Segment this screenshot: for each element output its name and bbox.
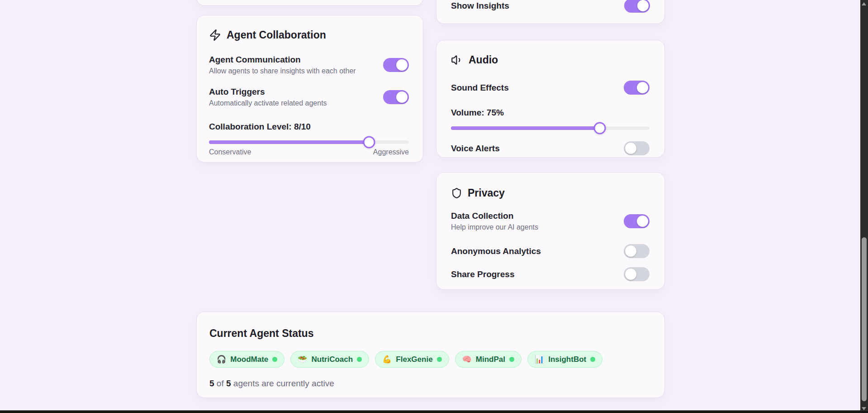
headphones-emoji-icon: 🎧 (217, 355, 226, 364)
settings-content: Show Insights Agent Collaboration Agent … (196, 0, 665, 413)
brain-emoji-icon: 🧠 (462, 355, 472, 364)
card-title-text: Agent Collaboration (227, 29, 326, 41)
active-status-dot (590, 357, 595, 362)
agent-name: MindPal (476, 355, 505, 364)
vertical-scrollbar[interactable] (860, 0, 868, 413)
agent-name: FlexGenie (396, 355, 432, 364)
slider-thumb[interactable] (363, 136, 375, 149)
agent-name: MoodMate (230, 355, 268, 364)
summary-text: agents are currently active (233, 379, 334, 388)
slider-min-label: Conservative (209, 148, 251, 156)
muscle-emoji-icon: 💪 (382, 355, 392, 364)
active-count: 5 (209, 379, 214, 388)
share-progress-toggle[interactable] (624, 267, 650, 281)
slider-max-label: Aggressive (373, 148, 409, 156)
setting-text: Agent Communication Allow agents to shar… (209, 55, 356, 75)
data-collection-label: Data Collection (451, 211, 538, 221)
slider-fill (451, 126, 600, 130)
slider-fill (209, 140, 369, 144)
setting-text: Auto Triggers Automatically activate rel… (209, 87, 327, 107)
voice-alerts-label: Voice Alerts (451, 144, 500, 154)
voice-alerts-toggle[interactable] (624, 141, 650, 155)
agent-badge-mindpal[interactable]: 🧠 MindPal (455, 351, 522, 368)
summary-of: of (217, 379, 224, 388)
scrollbar-down-arrow-icon[interactable] (862, 407, 866, 410)
agent-badge-insightbot[interactable]: 📊 InsightBot (527, 351, 602, 368)
speaker-icon (451, 54, 463, 66)
setting-description: Allow agents to share insights with each… (209, 67, 356, 75)
anonymous-analytics-label: Anonymous Analytics (451, 246, 541, 256)
zap-icon (209, 29, 221, 41)
active-status-dot (437, 357, 442, 362)
agent-status-summary: 5 of 5 agents are currently active (209, 379, 650, 389)
show-insights-toggle[interactable] (624, 0, 650, 13)
setting-label: Agent Communication (209, 55, 356, 65)
scrollbar-up-arrow-icon[interactable] (862, 2, 866, 5)
card-title-text: Current Agent Status (209, 327, 313, 340)
agent-collaboration-card: Agent Collaboration Agent Communication … (196, 15, 423, 163)
partial-card-top-left (196, 0, 423, 6)
setting-text: Data Collection Help improve our AI agen… (451, 211, 538, 231)
agent-communication-toggle[interactable] (383, 58, 409, 72)
audio-title: Audio (451, 54, 650, 66)
active-status-dot (272, 357, 277, 362)
bar-chart-emoji-icon: 📊 (535, 355, 544, 364)
agent-badge-moodmate[interactable]: 🎧 MoodMate (209, 351, 285, 368)
sound-effects-label: Sound Effects (451, 83, 509, 93)
slider-thumb[interactable] (594, 122, 606, 134)
audio-card: Audio Sound Effects Volume: 75% Voice Al… (436, 40, 665, 158)
auto-triggers-toggle[interactable] (383, 90, 409, 104)
privacy-title: Privacy (451, 187, 650, 199)
agent-badge-flexgenie[interactable]: 💪 FlexGenie (375, 351, 449, 368)
setting-description: Automatically activate related agents (209, 99, 327, 107)
sound-effects-toggle[interactable] (624, 81, 650, 95)
data-collection-description: Help improve our AI agents (451, 223, 538, 231)
data-collection-toggle[interactable] (624, 214, 650, 228)
show-insights-label: Show Insights (451, 1, 509, 11)
shield-icon (451, 187, 462, 199)
collaboration-level-slider[interactable] (209, 140, 409, 144)
setting-label: Auto Triggers (209, 87, 327, 97)
card-title-text: Privacy (468, 187, 505, 199)
volume-slider[interactable] (451, 126, 650, 130)
agent-badge-nutricoach[interactable]: 🥗 NutriCoach (290, 351, 369, 368)
anonymous-analytics-toggle[interactable] (624, 244, 650, 258)
card-title-text: Audio (469, 54, 498, 66)
insights-card: Show Insights (436, 0, 665, 24)
collaboration-level-label: Collaboration Level: 8/10 (209, 122, 409, 132)
agent-status-title: Current Agent Status (209, 327, 650, 340)
total-count: 5 (226, 379, 231, 388)
scrollbar-thumb[interactable] (862, 237, 867, 401)
bottom-window-edge (0, 410, 868, 413)
agent-name: InsightBot (548, 355, 586, 364)
salad-emoji-icon: 🥗 (298, 355, 307, 364)
agent-name: NutriCoach (311, 355, 353, 364)
privacy-card: Privacy Data Collection Help improve our… (436, 172, 665, 290)
share-progress-label: Share Progress (451, 269, 514, 279)
active-status-dot (509, 357, 514, 362)
volume-label: Volume: 75% (451, 108, 650, 118)
agent-status-card: Current Agent Status 🎧 MoodMate 🥗 NutriC… (196, 312, 665, 398)
agent-collaboration-title: Agent Collaboration (209, 29, 409, 41)
active-status-dot (357, 357, 362, 362)
